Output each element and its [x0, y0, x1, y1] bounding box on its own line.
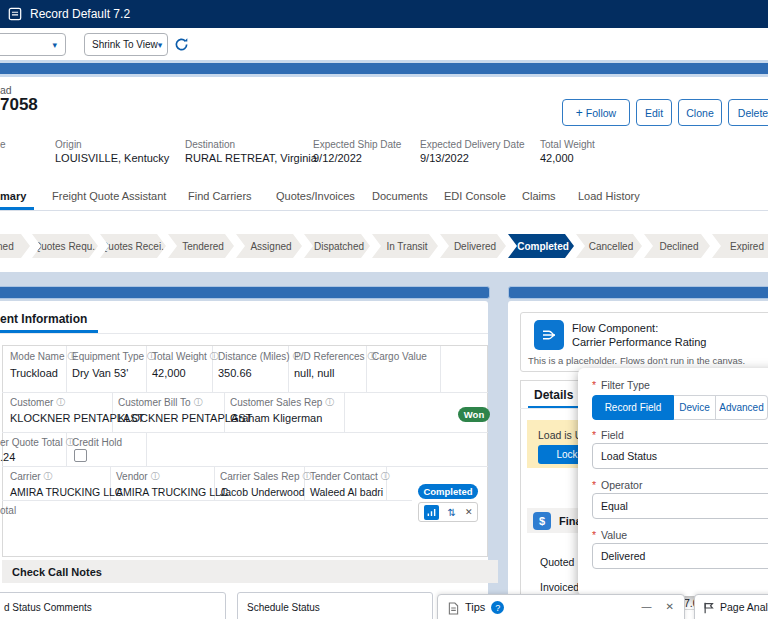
divider: [146, 432, 147, 466]
tab-summary[interactable]: mary: [0, 183, 26, 210]
tips-window[interactable]: Tips ? — ✕: [437, 594, 685, 619]
credit-hold-checkbox[interactable]: [74, 449, 87, 462]
filter-type-option-device[interactable]: Device: [674, 395, 716, 420]
path-stage[interactable]: Expired: [712, 234, 768, 258]
refresh-icon[interactable]: [174, 37, 189, 52]
field-label: Mode Nameⓘ: [10, 351, 76, 362]
field-label: otal: [0, 505, 16, 516]
info-icon[interactable]: ⓘ: [44, 472, 53, 481]
required-icon: *: [592, 429, 596, 441]
path-stage-current[interactable]: Completed: [508, 234, 574, 258]
path-stage[interactable]: Dispatched: [304, 234, 370, 258]
path-stage[interactable]: signed: [0, 234, 30, 258]
tab-claims[interactable]: Claims: [522, 183, 556, 210]
financials-row-quoted: Quoted: [540, 556, 574, 568]
path-stage[interactable]: In Transit: [372, 234, 438, 258]
flow-placeholder-note: This is a placeholder. Flows don't run i…: [528, 355, 745, 366]
tab-quotes-invoices[interactable]: Quotes/Invoices: [276, 183, 355, 210]
path-stage[interactable]: Declined: [644, 234, 710, 258]
minimize-icon[interactable]: —: [642, 601, 652, 612]
field-label: Customer Bill Toⓘ: [118, 397, 203, 408]
info-icon[interactable]: ⓘ: [151, 472, 160, 481]
field-label: er Quote Totalⓘ: [0, 437, 75, 448]
chevron-down-icon: ▾: [158, 40, 163, 50]
field-value: 9/13/2022: [420, 152, 469, 164]
info-icon[interactable]: ⓘ: [194, 398, 203, 407]
field-label: Vendorⓘ: [116, 471, 160, 482]
divider: [0, 333, 488, 334]
tab-edi-console[interactable]: EDI Console: [444, 183, 506, 210]
path-stage[interactable]: Cancelled: [576, 234, 642, 258]
field-label: P/D Referencesⓘ: [294, 351, 377, 362]
required-icon: *: [592, 379, 596, 391]
shipment-information-title[interactable]: ent Information: [0, 312, 87, 326]
field-label: Customer Sales Repⓘ: [230, 397, 334, 408]
page-analysis-window[interactable]: Page Analys: [694, 594, 768, 619]
operator-input[interactable]: [592, 493, 768, 519]
close-icon[interactable]: ✕: [666, 601, 674, 612]
field-label: e: [0, 139, 6, 150]
field-value: 9/12/2022: [313, 152, 362, 164]
divider: [2, 500, 412, 501]
tab-freight-quote-assistant[interactable]: Freight Quote Assistant: [52, 183, 166, 210]
canvas-size-select[interactable]: ▾: [0, 33, 66, 56]
canvas-header-band-inner: [0, 63, 768, 74]
load-status-path: signed Quotes Requ... Quotes Recei... Te…: [0, 234, 768, 258]
record-page-icon: [8, 7, 22, 21]
signal-strength-icon[interactable]: [424, 505, 439, 520]
divider: [440, 346, 441, 392]
clone-button[interactable]: Clone: [678, 99, 722, 126]
help-question-icon[interactable]: ?: [491, 601, 504, 614]
close-icon[interactable]: ✕: [465, 507, 473, 517]
path-stage[interactable]: Assigned: [236, 234, 302, 258]
tab-details[interactable]: Details: [534, 388, 573, 402]
field-label: Tender Contactⓘ: [310, 471, 390, 482]
divider: [2, 392, 488, 393]
field-label: Cargo Value: [372, 351, 427, 362]
path-stage[interactable]: Tendered: [168, 234, 234, 258]
filter-type-option-record-field[interactable]: Record Field: [592, 395, 674, 420]
follow-button[interactable]: + Follow: [562, 99, 630, 126]
value-input[interactable]: [592, 543, 768, 569]
shrink-to-view-select[interactable]: Shrink To View ▾: [84, 33, 168, 56]
edit-button[interactable]: Edit: [636, 99, 672, 126]
delete-button[interactable]: Delete: [728, 99, 768, 126]
field-label: Total Weightⓘ: [152, 351, 219, 362]
field-value: LOUISVILLE, Kentucky: [55, 152, 169, 164]
operator-label: * Operator: [592, 479, 642, 491]
field-label: Carrierⓘ: [10, 471, 53, 482]
field-label: Carrier Sales Repⓘ: [220, 471, 311, 482]
field-label: * Field: [592, 429, 624, 441]
path-stage[interactable]: Delivered: [440, 234, 506, 258]
info-icon[interactable]: ⓘ: [56, 398, 65, 407]
info-icon[interactable]: ⓘ: [325, 398, 334, 407]
flow-component-title: Flow Component:: [572, 322, 658, 334]
path-stage[interactable]: Quotes Recei...: [100, 234, 166, 258]
collapsed-component-bar-left[interactable]: [0, 286, 490, 299]
field-label: Total Weight: [540, 139, 595, 150]
tips-label: Tips: [465, 601, 485, 613]
delete-label: Delete: [738, 107, 768, 119]
edit-label: Edit: [645, 107, 663, 119]
flow-icon: [534, 320, 564, 350]
app-builder-screen: Record Default 7.2 ▾ Shrink To View ▾ ad…: [0, 0, 768, 619]
financials-row-invoiced: Invoiced: [540, 581, 579, 593]
sort-arrows-icon[interactable]: ⇅: [448, 507, 456, 518]
follow-label: Follow: [586, 107, 616, 119]
field-label: Distance (Miles)ⓘ: [218, 351, 302, 362]
collapsed-component-bar-right[interactable]: [508, 286, 768, 299]
field-input[interactable]: [592, 443, 768, 469]
tab-load-history[interactable]: Load History: [578, 183, 640, 210]
schedule-status-label: Schedule Status: [247, 602, 320, 613]
field-label: Expected Delivery Date: [420, 139, 525, 150]
page-analysis-label: Page Analys: [720, 601, 768, 613]
info-icon[interactable]: ⓘ: [381, 472, 390, 481]
field-value: Waleed Al badri: [310, 486, 383, 498]
check-call-notes-header[interactable]: Check Call Notes: [2, 560, 498, 583]
field-value: Jacob Underwood: [220, 486, 305, 498]
filter-type-option-advanced[interactable]: Advanced: [716, 395, 768, 420]
path-stage[interactable]: Quotes Requ...: [32, 234, 98, 258]
tab-documents[interactable]: Documents: [372, 183, 428, 210]
field-value: RURAL RETREAT, Virginia: [185, 152, 317, 164]
tab-find-carriers[interactable]: Find Carriers: [188, 183, 252, 210]
